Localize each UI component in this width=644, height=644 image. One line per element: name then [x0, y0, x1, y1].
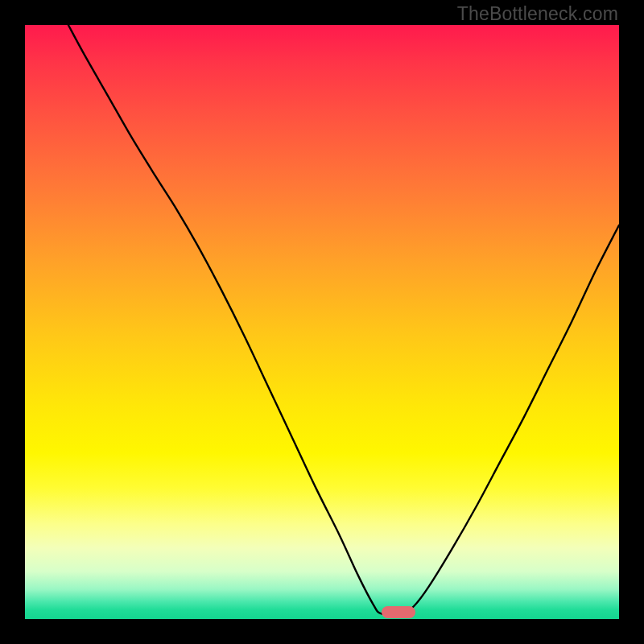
bottleneck-curve [25, 25, 619, 619]
optimal-marker [382, 606, 415, 618]
chart-frame: TheBottleneck.com [0, 0, 644, 644]
watermark-text: TheBottleneck.com [457, 3, 618, 25]
plot-area [25, 25, 619, 619]
